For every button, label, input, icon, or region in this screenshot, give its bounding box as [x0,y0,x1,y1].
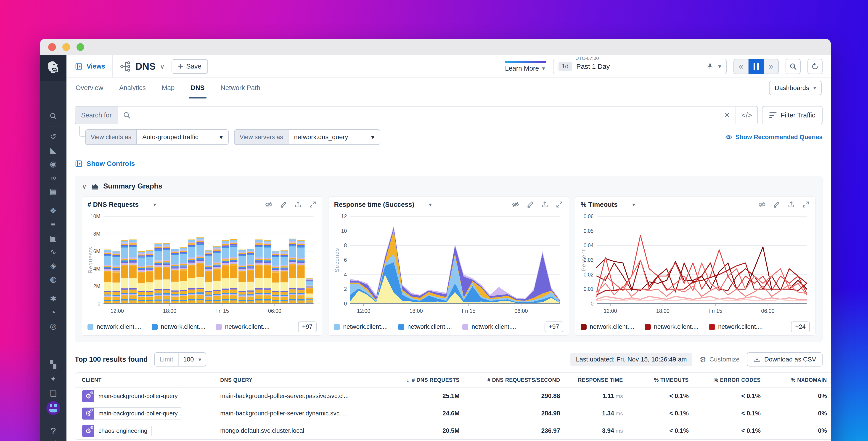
time-range-picker[interactable]: UTC-07:00 1d Past 1 Day ▾ [553,59,726,74]
view-servers-as-select[interactable]: View servers as network.dns_query ▾ [234,129,380,145]
chart-plot-area[interactable]: 02M4M6M8M10M12:0018:00Fri 1506:00Request… [88,213,317,321]
legend-item[interactable]: network.client.... [152,323,205,330]
column-header--timeouts[interactable]: % TIMEOUTS [626,377,692,383]
tab-overview[interactable]: Overview [75,78,103,98]
download-csv-button[interactable]: Download as CSV [747,352,823,366]
hide-graph-button[interactable] [758,201,766,208]
sidebar-item-dashboards[interactable]: ▣ [40,231,66,245]
requests-per-second-cell: 236.97 [463,427,564,434]
legend-item[interactable]: network.client.... [398,323,452,330]
pin-icon[interactable] [706,63,714,70]
tab-analytics[interactable]: Analytics [119,78,146,98]
sidebar-item-synthetics[interactable]: ◔ [40,305,66,319]
show-controls-link[interactable]: Show Controls [75,159,823,168]
learn-more-dropdown[interactable]: Learn More ▾ [505,61,546,72]
pause-button[interactable] [748,59,764,74]
search-input[interactable] [135,107,718,124]
legend-more-badge[interactable]: +97 [298,322,317,332]
close-window-button[interactable] [48,43,56,51]
column-header--error-codes[interactable]: % ERROR CODES [692,377,764,383]
sidebar-item-infrastructure[interactable]: ❖ [40,204,66,217]
legend-item[interactable]: network.client.... [216,323,270,330]
hide-graph-button[interactable] [512,201,520,208]
sidebar-item-help[interactable]: ? Help [40,420,66,441]
legend-more-badge[interactable]: +97 [545,322,563,332]
sidebar-item-watchdog[interactable]: ◉ [40,157,66,171]
legend-item[interactable]: network.client.... [334,323,388,330]
chart-title-dropdown[interactable]: # DNS Requests▾ [88,201,156,208]
chart-plot-area[interactable]: 00.010.020.030.040.050.0612:0018:00Fri 1… [581,213,810,321]
collapse-chevron-icon[interactable]: ∨ [82,182,87,190]
sidebar-item-search[interactable] [40,110,66,124]
client-chip[interactable]: ⚙⚙chaos-engineering [82,425,152,437]
sidebar-item-bug-tracking[interactable]: ✱ [40,292,66,305]
view-clients-as-select[interactable]: View clients as Auto-grouped traffic ▾ [85,129,229,145]
zoom-out-button[interactable] [785,59,801,74]
sidebar-item-bits-ai[interactable]: ✦ [40,372,66,386]
column-header-dns-query[interactable]: DNS QUERY [217,377,390,383]
customize-button[interactable]: ⚙ Customize [700,355,740,364]
column-header--dns-requests[interactable]: ↓# DNS REQUESTS [390,377,463,384]
sidebar-item-metrics[interactable]: ◣ [40,143,66,157]
rewind-button[interactable]: « [734,59,748,74]
sidebar-item-logs[interactable]: ≡ [40,217,66,231]
expand-graph-button[interactable] [802,201,810,208]
column-header--nxdomain[interactable]: % NXDOMAIN [764,377,831,383]
table-row[interactable]: ⚙⚙main-background-poller-querymain-backg… [75,405,831,422]
export-graph-button[interactable] [294,201,302,208]
code-view-button[interactable]: </> [736,107,757,124]
sidebar-item-apm[interactable]: ∿ [40,245,66,259]
sidebar-item-traces[interactable]: ▤ [40,184,66,198]
tab-map[interactable]: Map [162,78,175,98]
forward-button[interactable]: » [764,59,779,74]
legend-item[interactable]: network.client.... [462,323,516,330]
limit-select[interactable]: Limit 100 ▾ [154,352,206,366]
clear-search-button[interactable]: ✕ [718,107,736,124]
refresh-button[interactable] [807,59,823,74]
chart-plot-area[interactable]: 02468101212:0018:00Fri 1506:00Seconds [334,213,563,321]
sidebar-item-log-search[interactable]: ◎ [40,319,66,333]
show-recommended-queries-link[interactable]: Show Recommended Queries [725,134,823,141]
svg-text:0.02: 0.02 [584,271,594,277]
sidebar-item-service-catalog[interactable]: ∞ [40,171,66,184]
column-header-response-time[interactable]: RESPONSE TIME [564,377,626,383]
client-cell: ⚙⚙main-background-poller-query [75,407,217,420]
maximize-window-button[interactable] [76,43,84,51]
client-chip[interactable]: ⚙⚙main-background-poller-query [82,407,182,420]
legend-more-badge[interactable]: +24 [791,322,810,332]
view-title-dropdown[interactable]: DNS ∨ [120,61,165,72]
legend-item[interactable]: network.client.... [581,323,634,330]
dashboards-dropdown[interactable]: Dashboards ▾ [769,81,822,95]
sidebar-item-history[interactable]: ↺ [40,129,66,143]
minimize-window-button[interactable] [62,43,70,51]
table-row[interactable]: ⚙⚙main-background-poller-querymain-backg… [75,387,831,405]
tab-dns[interactable]: DNS [190,78,205,98]
datadog-logo[interactable] [40,55,66,81]
chart-title-dropdown[interactable]: Response time (Success)▾ [334,201,432,208]
edit-graph-button[interactable] [773,201,780,208]
filter-traffic-button[interactable]: Filter Traffic [762,106,823,124]
expand-graph-button[interactable] [309,201,317,208]
table-row[interactable]: ⚙⚙chaos-engineeringmongo.default.svc.clu… [75,422,831,439]
column-header--dns-requests-second[interactable]: # DNS REQUESTS/SECOND [463,377,564,383]
sidebar-item-workspaces[interactable]: ❏ [40,386,66,401]
views-button[interactable]: Views [75,62,105,70]
expand-graph-button[interactable] [556,201,563,208]
export-graph-button[interactable] [541,201,549,208]
sidebar-item-security[interactable]: ◈ [40,259,66,272]
chart-title-dropdown[interactable]: % Timeouts▾ [581,201,635,208]
edit-graph-button[interactable] [280,201,287,208]
client-chip[interactable]: ⚙⚙main-background-poller-query [82,390,182,402]
save-button[interactable]: + Save [172,59,208,74]
legend-item[interactable]: network.client.... [88,323,141,330]
legend-item[interactable]: network.client.... [645,323,699,330]
edit-graph-button[interactable] [526,201,534,208]
legend-item[interactable]: network.client.... [709,323,763,330]
column-header-client[interactable]: CLIENT [75,377,217,383]
hide-graph-button[interactable] [265,201,273,208]
tab-network-path[interactable]: Network Path [221,78,260,98]
sidebar-item-integrations[interactable]: ▚ [40,357,66,372]
export-graph-button[interactable] [787,201,795,208]
sidebar-item-ci[interactable]: ◍ [40,272,66,286]
sidebar-item-assistant[interactable] [40,401,66,415]
